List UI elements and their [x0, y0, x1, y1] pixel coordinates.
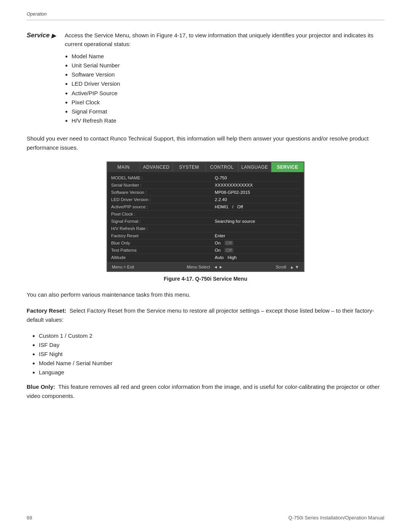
osd-footer-exit: Menu = Exit — [112, 265, 134, 269]
osd-value-altitude: Auto High — [215, 255, 300, 260]
osd-row-model-name: MODEL NAME : Q-750 — [111, 174, 300, 182]
osd-row-led: LED Driver Version : 2.2.40 — [111, 196, 300, 203]
osd-label-hvrefresh: H/V Refresh Rate : — [111, 226, 215, 231]
osd-value-signal: Searching for source — [215, 219, 300, 224]
list-item: Software Version — [72, 70, 384, 79]
manual-title: Q-750i Series Installation/Operation Man… — [288, 515, 384, 521]
service-description-body: Access the Service Menu, shown in Figure… — [65, 31, 384, 126]
list-item: ISF Night — [39, 350, 384, 359]
tab-main[interactable]: MAIN — [107, 162, 140, 172]
osd-value-pip: HDMI1 / Off — [215, 204, 300, 209]
osd-row-altitude: Altitude Auto High — [111, 254, 300, 261]
osd-label-signal: Signal Format : — [111, 219, 215, 224]
tab-service[interactable]: SERVICE — [271, 162, 304, 172]
list-item: Pixel Clock — [72, 98, 384, 107]
osd-value-model-name: Q-750 — [215, 176, 300, 180]
list-item: Active/PIP Source — [72, 89, 384, 97]
figure-caption: Figure 4-17. Q-750i Service Menu — [27, 276, 384, 282]
osd-row-signal: Signal Format : Searching for source — [111, 218, 300, 225]
osd-row-pip: Active/PIP source : HDMI1 / Off — [111, 203, 300, 211]
osd-row-hvrefresh: H/V Refresh Rate : — [111, 225, 300, 232]
osd-menu: MAIN ADVANCED SYSTEM CONTROL LANGUAGE SE… — [107, 161, 304, 272]
list-item: Language — [39, 368, 384, 377]
osd-row-serial: Serial Number : XXXXXXXXXXXXX — [111, 182, 300, 189]
osd-tabs-bar: MAIN ADVANCED SYSTEM CONTROL LANGUAGE SE… — [107, 162, 304, 172]
service-label: Service ▶ — [27, 31, 65, 126]
list-item: Custom 1 / Custom 2 — [39, 331, 384, 340]
service-bullet-list: Model Name Unit Serial Number Software V… — [72, 52, 384, 125]
support-paragraph: Should you ever need to contact Runco Te… — [27, 134, 384, 152]
top-rule — [27, 20, 384, 20]
blue-only-intro: Blue Only: — [27, 383, 55, 390]
osd-label-serial: Serial Number : — [111, 183, 215, 187]
osd-label-led: LED Driver Version : — [111, 197, 215, 202]
osd-row-pixel: Pixel Clock : — [111, 211, 300, 218]
osd-label-test-patterns: Test Patterns — [111, 248, 215, 252]
list-item: Model Name / Serial Number — [39, 359, 384, 368]
page-footer: 68 Q-750i Series Installation/Operation … — [0, 515, 411, 521]
osd-label-altitude: Altitude — [111, 255, 215, 260]
tab-language[interactable]: LANGUAGE — [239, 162, 271, 172]
osd-label-pixel: Pixel Clock : — [111, 212, 215, 216]
osd-footer-scroll: Scroll ▲ ▼ — [276, 265, 299, 269]
tab-control[interactable]: CONTROL — [206, 162, 239, 172]
osd-label-blue-only: Blue Only — [111, 241, 215, 245]
service-arrow-icon: ▶ — [51, 32, 56, 39]
osd-label-factory-reset: Factory Reset — [111, 233, 215, 238]
osd-label-software: Software Version : — [111, 190, 215, 195]
list-item: ISF Day — [39, 340, 384, 350]
service-term: Service — [27, 32, 50, 39]
factory-reset-body: Select Factory Reset from the Service me… — [27, 307, 374, 323]
list-item: Model Name — [72, 52, 384, 61]
service-section: Service ▶ Access the Service Menu, shown… — [27, 31, 384, 126]
osd-value-serial: XXXXXXXXXXXXX — [215, 183, 300, 187]
osd-value-test-patterns: On Off — [215, 248, 300, 252]
list-item: LED Driver Version — [72, 79, 384, 88]
page-container: Operation Service ▶ Access the Service M… — [0, 0, 411, 532]
factory-reset-paragraph: Factory Reset: Select Factory Reset from… — [27, 306, 384, 324]
osd-label-model-name: MODEL NAME : — [111, 176, 215, 180]
osd-row-software: Software Version : MP08-GP02-2015 — [111, 189, 300, 196]
osd-value-blue-only: On Off — [215, 241, 300, 245]
list-item: Unit Serial Number — [72, 61, 384, 70]
blue-only-paragraph: Blue Only: This feature removes all red … — [27, 382, 384, 401]
osd-rows-container: MODEL NAME : Q-750 Serial Number : XXXXX… — [107, 172, 304, 262]
page-number: 68 — [27, 515, 32, 521]
service-description-text: Access the Service Menu, shown in Figure… — [65, 32, 373, 47]
tab-advanced[interactable]: ADVANCED — [140, 162, 173, 172]
osd-row-blue-only: Blue Only On Off — [111, 240, 300, 247]
osd-value-software: MP08-GP02-2015 — [215, 190, 300, 195]
factory-reset-intro: Factory Reset: — [27, 307, 66, 314]
osd-value-factory-reset: Enter — [215, 233, 300, 238]
list-item: H/V Refresh Rate — [72, 116, 384, 125]
osd-footer: Menu = Exit Menu Select ◄ ► Scroll ▲ ▼ — [107, 262, 304, 271]
tab-system[interactable]: SYSTEM — [173, 162, 206, 172]
blue-only-body: This feature removes all red and green c… — [27, 383, 380, 399]
osd-row-test-patterns: Test Patterns On Off — [111, 247, 300, 254]
osd-menu-wrapper: MAIN ADVANCED SYSTEM CONTROL LANGUAGE SE… — [27, 161, 384, 272]
osd-row-factory-reset: Factory Reset Enter — [111, 232, 300, 240]
maintenance-paragraph: You can also perform various maintenance… — [27, 290, 384, 299]
osd-value-led: 2.2.40 — [215, 197, 300, 202]
osd-footer-select: Menu Select ◄ ► — [187, 265, 223, 269]
factory-reset-list: Custom 1 / Custom 2 ISF Day ISF Night Mo… — [39, 331, 384, 377]
list-item: Signal Format — [72, 107, 384, 116]
section-header: Operation — [27, 11, 384, 17]
osd-label-pip: Active/PIP source : — [111, 204, 215, 209]
